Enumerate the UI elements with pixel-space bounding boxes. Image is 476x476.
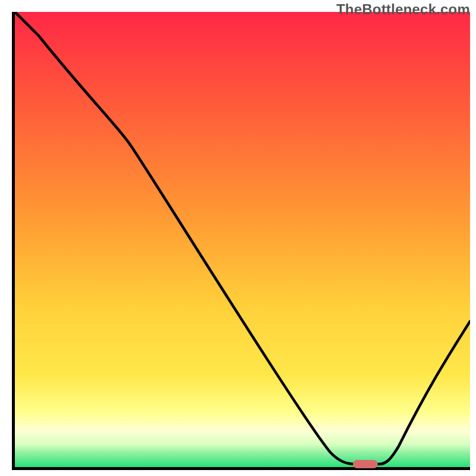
- plot-area: [12, 12, 470, 470]
- bottleneck-curve: [15, 12, 470, 467]
- watermark-text: TheBottleneck.com: [336, 1, 470, 18]
- chart-container: TheBottleneck.com: [0, 0, 476, 476]
- curve-path: [15, 12, 470, 464]
- optimal-marker: [353, 460, 378, 468]
